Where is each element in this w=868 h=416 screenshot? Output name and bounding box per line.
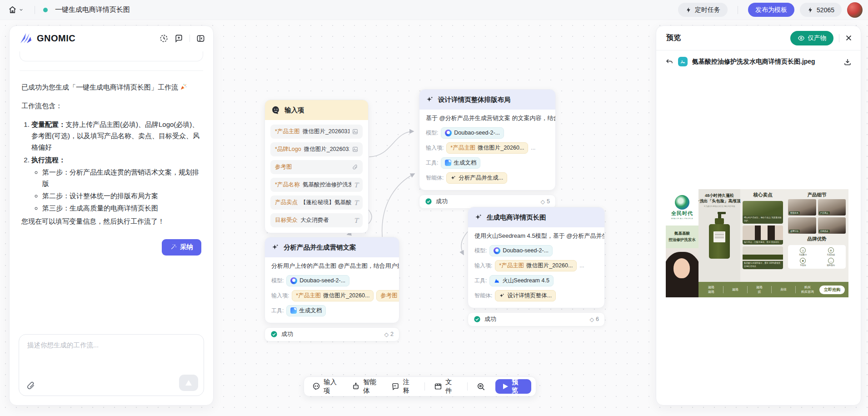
attachment-icon[interactable] (26, 381, 35, 390)
eye-icon (798, 35, 805, 42)
brand-name: GNOMIC (37, 33, 75, 44)
inputs-card[interactable]: 输入项 *产品主图 微信图片_20260319... *品牌Logo 微信图片_… (264, 100, 369, 233)
node-status-bar[interactable]: 成功 ◇2 (264, 327, 399, 341)
chat-bubble-icon (312, 382, 320, 391)
art-brand-advantages: ◎无硅配方 ⊕无添加烦 ✱无添加 ◡温和系结 (788, 245, 846, 269)
input-row-brand-logo[interactable]: *品牌Logo 微信图片_20260319... (270, 142, 363, 156)
sparkle-icon (474, 213, 483, 221)
doubao-icon (290, 277, 297, 284)
art-selling-points-column: 核心卖点 48小时产品对比，蓬松心卖点 为显著持效洗护。 核心亮点，注氨充蓬油、… (740, 189, 785, 297)
sparkle-icon (271, 243, 279, 251)
design-layout-card[interactable]: 设计详情页整体排版布局 基于 @分析产品并生成营销文案 的文案内容，结合产...… (419, 89, 556, 190)
tool-chip[interactable]: 生成文档 (441, 157, 480, 169)
artifacts-only-toggle[interactable]: 仅产物 (790, 31, 834, 45)
history-icon[interactable] (160, 34, 168, 43)
success-check-icon (425, 198, 432, 205)
top-bar-left: 一键生成电商详情页长图 (5, 4, 130, 16)
art-model-photo (666, 248, 698, 297)
agent-chip[interactable]: 分析产品并生成... (446, 172, 507, 184)
art-brand-logo (675, 195, 689, 210)
workflow-steps-list: 变量配置：支持上传产品主图(必填)、品牌Logo(必填)、参考图(可选)，以及填… (21, 119, 201, 214)
home-button[interactable] (5, 4, 26, 16)
art-sell-card: 48小时产品对比，蓬松心卖点 为显著持效洗护。 (743, 201, 783, 224)
collapse-panel-icon[interactable] (196, 34, 205, 43)
model-chip[interactable]: Doubao-seed-2-... (489, 245, 553, 256)
preview-panel-header: 预览 仅产物 (656, 26, 861, 50)
input-row-selling-points[interactable]: 产品卖点 【蓬松秘境】氨基酸... T (270, 195, 363, 210)
agent-chip[interactable]: 设计详情页整体... (495, 290, 556, 301)
status-dot (43, 8, 48, 12)
sub-steps-list: 第一步：分析产品生成连贯的营销话术文案，规划排版 第二步：设计整体统一的排版布局… (31, 167, 201, 214)
chevron-down-icon (19, 7, 24, 12)
model-chip[interactable]: Doubao-seed-2-... (286, 275, 349, 286)
node-title: 输入项 (284, 106, 304, 115)
workflow-title: 一键生成电商详情页长图 (55, 5, 130, 14)
scrolled-message-remnant (20, 51, 203, 61)
cost-badge: ◇6 (589, 316, 599, 323)
input-chip-reference[interactable]: 参考图 (376, 290, 399, 301)
home-icon (8, 5, 17, 14)
node-generate-image: 生成电商详情页长图 使用火山Seedream 4.5模型，基于 @分析产品并生成… (468, 207, 605, 326)
bolt-icon (807, 7, 813, 13)
node-description: 分析用户上传的产品主图 @产品主图，结合用户提供... (271, 262, 393, 271)
comment-icon (391, 382, 399, 391)
model-chip[interactable]: Doubao-seed-2-... (441, 127, 504, 139)
download-icon[interactable] (843, 58, 852, 66)
message-paragraph: 已成功为您生成「一键生成电商详情页长图」工作流 (21, 82, 201, 93)
toolbar-inputs-button[interactable]: 输入项 (312, 378, 343, 395)
user-avatar[interactable] (847, 2, 863, 18)
divider (467, 382, 468, 391)
paperclip-icon (352, 164, 358, 170)
node-status-bar[interactable]: 成功 ◇6 (468, 312, 605, 326)
analyze-copy-card[interactable]: 分析产品并生成营销文案 分析用户上传的产品主图 @产品主图，结合用户提供... … (264, 237, 399, 323)
inputs-node-icon (271, 105, 280, 115)
tool-chip[interactable]: 生成文档 (286, 305, 326, 316)
assistant-message: 已成功为您生成「一键生成电商详情页长图」工作流 工作流包含： 变量配置：支持上传… (21, 82, 201, 227)
prompt-input[interactable] (27, 341, 196, 372)
play-icon (503, 384, 508, 389)
diamond-icon: ◇ (589, 316, 594, 323)
toolbar-agents-button[interactable]: 智能体 (352, 378, 382, 395)
scheduled-task-button[interactable]: 定时任务 (678, 3, 728, 17)
assistant-panel-header: GNOMIC (10, 26, 213, 50)
canvas-toolbar: 输入项 智能体 注释 文件 预览 (304, 376, 536, 396)
toolbar-files-button[interactable]: 文件 (434, 378, 458, 395)
new-chat-icon[interactable] (175, 34, 183, 43)
generate-image-card[interactable]: 生成电商详情页长图 使用火山Seedream 4.5模型，基于 @分析产品并生成… (468, 207, 605, 308)
toolbar-comments-button[interactable]: 注释 (391, 378, 415, 395)
artifact-image[interactable]: 全民时代 ERA OF ALL PEOPLE 氨基基酸 控油修护洗发水 48小时… (666, 189, 848, 297)
input-row-product-name[interactable]: *产品名称 氨基酸控油修护洗发... T (270, 178, 363, 192)
message-paragraph: 工作流包含： (21, 100, 201, 112)
send-button[interactable] (179, 375, 198, 391)
close-icon[interactable] (845, 34, 853, 42)
input-row-target-audience[interactable]: 目标受众 大众消费者 T (270, 213, 363, 227)
art-detail-photo: 产品调点 (818, 199, 846, 216)
zoom-search-icon[interactable] (477, 382, 485, 391)
status-text: 成功 (484, 315, 496, 323)
cost-badge: ◇5 (540, 198, 550, 205)
node-description: 基于 @分析产品并生成营销文案 的文案内容，结合产... (426, 114, 549, 123)
tool-chip[interactable]: 火山Seedream 4.5 (489, 275, 554, 286)
celebration-icon (180, 83, 187, 90)
top-bar: 一键生成电商详情页长图 定时任务 发布为模板 52065 (0, 0, 868, 20)
input-row-reference-image[interactable]: 参考图 (270, 160, 363, 174)
node-description: 使用火山Seedream 4.5模型，基于 @分析产品并生成... (474, 232, 598, 241)
credits-button[interactable]: 52065 (800, 3, 842, 17)
node-analyze-copy: 分析产品并生成营销文案 分析用户上传的产品主图 @产品主图，结合用户提供... … (264, 237, 399, 341)
node-title: 生成电商详情页长图 (487, 213, 546, 222)
publish-template-button[interactable]: 发布为模板 (748, 3, 794, 17)
adopt-button[interactable]: 采纳 (162, 239, 201, 256)
input-chip[interactable]: *产品主图微信图片_20260... (495, 260, 577, 271)
input-chip[interactable]: *产品主图微信图片_20260... (446, 142, 528, 154)
back-icon[interactable] (665, 58, 673, 66)
doubao-icon (445, 130, 452, 136)
image-icon (352, 146, 358, 152)
divider (424, 382, 425, 391)
run-preview-button[interactable]: 预览 (495, 379, 531, 394)
input-row-product-image[interactable]: *产品主图 微信图片_20260319... (270, 125, 363, 139)
artifact-file-row: 氨基酸控油修护洗发水电商详情页长图.jpeg (656, 50, 861, 66)
artifact-filename[interactable]: 氨基酸控油修护洗发水电商详情页长图.jpeg (692, 58, 839, 66)
gnomic-logo-icon (20, 32, 33, 44)
robot-icon (352, 382, 360, 391)
input-chip[interactable]: *产品主图微信图片_20260... (292, 290, 374, 301)
